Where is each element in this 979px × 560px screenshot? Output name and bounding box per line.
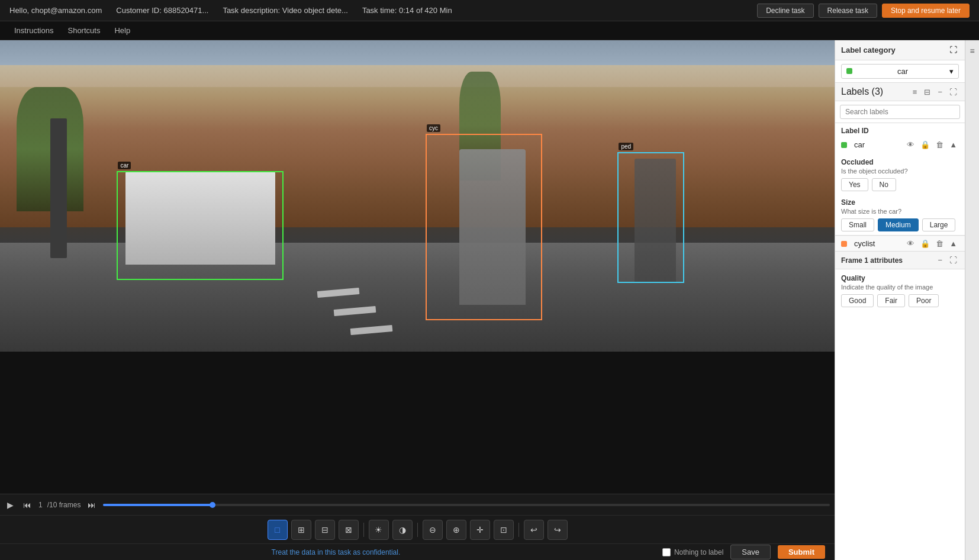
category-dropdown[interactable]: car ▾: [841, 64, 959, 79]
select-tool-button[interactable]: □: [268, 520, 288, 540]
poly-tool-button[interactable]: ⊠: [339, 520, 359, 540]
label-lock-icon[interactable]: 🔒: [919, 140, 932, 150]
stop-resume-button[interactable]: Stop and resume later: [882, 4, 970, 18]
green-dot-icon: [846, 68, 852, 74]
nothing-label-text: Nothing to label: [674, 548, 723, 556]
toolbar-divider-1: [363, 523, 364, 537]
occluded-section: Occluded Is the object occluded? Yes No: [835, 155, 965, 195]
label-id-content: Label ID car 👁 🔒 🗑 ▲: [835, 123, 965, 155]
panel-fullscreen-icon[interactable]: ⛶: [948, 45, 959, 55]
greeting-text: Hello, chopt@amazon.com: [9, 6, 102, 15]
redo-button[interactable]: ↪: [548, 520, 568, 540]
top-bar-left: Hello, chopt@amazon.com Customer ID: 688…: [9, 6, 452, 15]
zoom-in-button[interactable]: ⊕: [446, 520, 466, 540]
label-collapse-icon[interactable]: ▲: [948, 140, 959, 150]
decline-task-button[interactable]: Decline task: [757, 4, 813, 18]
save-button[interactable]: Save: [730, 545, 771, 559]
label-id-title: Label ID: [841, 127, 959, 135]
label-category-title: Label category: [841, 46, 896, 54]
occluded-buttons: Yes No: [841, 178, 959, 191]
submit-button[interactable]: Submit: [778, 545, 825, 559]
lower-black-area: [0, 352, 835, 494]
quality-section: Quality Indicate the quality of the imag…: [835, 269, 965, 312]
cat-dot-green: [846, 67, 856, 76]
occluded-no-button[interactable]: No: [872, 178, 896, 191]
label-id-value: car: [854, 140, 865, 149]
task-description-text: Task description: Video object dete...: [223, 6, 348, 15]
frame-attr-icons: − ⛶: [936, 255, 959, 265]
nothing-to-label-checkbox[interactable]: Nothing to label: [662, 548, 723, 556]
top-bar: Hello, chopt@amazon.com Customer ID: 688…: [0, 0, 979, 21]
occluded-title: Occluded: [841, 158, 959, 166]
size-small-button[interactable]: Small: [841, 218, 874, 231]
customer-id-text: Customer ID: 688520471...: [116, 6, 208, 15]
quality-fair-button[interactable]: Fair: [877, 294, 905, 307]
bbox-ped-label: ped: [619, 143, 633, 150]
frame-attr-fullscreen-icon[interactable]: ⛶: [948, 255, 959, 265]
selected-category-text: car: [897, 67, 908, 76]
label-id-dot: [841, 142, 847, 148]
checkbox-icon[interactable]: [662, 548, 671, 556]
edge-icon-1[interactable]: ≡: [967, 45, 978, 57]
size-medium-button[interactable]: Medium: [878, 218, 919, 231]
toolbar: □ ⊞ ⊟ ⊠ ☀ ◑ ⊖ ⊕ ✛ ⊡ ↩ ↪: [0, 515, 835, 543]
frame-attr-title: Frame 1 attributes: [841, 256, 903, 265]
contrast-button[interactable]: ◑: [392, 520, 413, 540]
undo-button[interactable]: ↩: [524, 520, 544, 540]
labels-fullscreen-icon[interactable]: ⛶: [948, 87, 959, 97]
filter-icon[interactable]: ⊟: [922, 87, 932, 97]
quality-title: Quality: [841, 274, 959, 282]
frame-current: 1: [38, 501, 43, 509]
bbox-car: car: [117, 171, 284, 280]
duplicate-tool-button[interactable]: ⊟: [315, 520, 335, 540]
next-frame-button[interactable]: ⏭: [85, 499, 98, 511]
top-bar-right: Decline task Release task Stop and resum…: [757, 4, 970, 18]
cyclist-visibility-icon[interactable]: 👁: [905, 239, 916, 249]
label-delete-icon[interactable]: 🗑: [934, 140, 945, 150]
street-scene: car cyc ped: [0, 40, 835, 352]
pan-button[interactable]: ✛: [470, 520, 490, 540]
brightness-button[interactable]: ☀: [369, 520, 389, 540]
labels-count-text: Labels (3): [841, 86, 883, 97]
help-link[interactable]: Help: [110, 24, 135, 37]
zoom-out-button[interactable]: ⊖: [423, 520, 443, 540]
video-frame: car cyc ped: [0, 40, 835, 352]
labels-section: Labels (3) ≡ ⊟ − ⛶: [835, 83, 965, 123]
size-sub: What size is the car?: [841, 208, 959, 215]
size-title: Size: [841, 198, 959, 207]
sub-nav: Instructions Shortcuts Help: [0, 21, 979, 40]
label-id-left: car: [841, 140, 865, 149]
quality-good-button[interactable]: Good: [841, 294, 874, 307]
release-task-button[interactable]: Release task: [819, 4, 877, 18]
confidential-text: Treat the data in this task as confident…: [9, 548, 662, 556]
label-visibility-icon[interactable]: 👁: [905, 140, 916, 150]
minimize-icon[interactable]: −: [936, 87, 944, 97]
filter-sort-icon[interactable]: ≡: [911, 87, 919, 97]
search-labels-input[interactable]: [840, 105, 960, 119]
cyclist-collapse-icon[interactable]: ▲: [948, 239, 959, 249]
traffic-light: [50, 118, 67, 259]
quality-sub: Indicate the quality of the image: [841, 284, 959, 291]
label-id-section: Label ID car 👁 🔒 🗑 ▲ Occluded: [835, 123, 965, 236]
quality-poor-button[interactable]: Poor: [909, 294, 939, 307]
occluded-yes-button[interactable]: Yes: [841, 178, 868, 191]
frame-attr-minimize-icon[interactable]: −: [936, 255, 944, 265]
shortcuts-link[interactable]: Shortcuts: [63, 24, 105, 37]
timeline-track[interactable]: [103, 504, 830, 506]
bbox-pedestrian: ped: [617, 152, 684, 283]
cyclist-label-text: cyclist: [854, 239, 875, 248]
label-id-icons: 👁 🔒 🗑 ▲: [905, 140, 959, 150]
instructions-link[interactable]: Instructions: [9, 24, 58, 37]
timeline-bar: ▶ ⏮ 1 /10 frames ⏭: [0, 494, 835, 515]
prev-frame-button[interactable]: ⏮: [21, 499, 34, 511]
fit-button[interactable]: ⊡: [494, 520, 514, 540]
crop-tool-button[interactable]: ⊞: [291, 520, 311, 540]
frame-attributes-header: Frame 1 attributes − ⛶: [835, 251, 965, 269]
dropdown-chevron-icon: ▾: [949, 67, 954, 76]
size-large-button[interactable]: Large: [922, 218, 956, 231]
label-category-section: Label category ⛶ car ▾: [835, 40, 965, 83]
cyclist-lock-icon[interactable]: 🔒: [919, 239, 932, 249]
label-id-row: car 👁 🔒 🗑 ▲: [841, 137, 959, 152]
cyclist-delete-icon[interactable]: 🗑: [934, 239, 945, 249]
play-button[interactable]: ▶: [5, 499, 16, 511]
